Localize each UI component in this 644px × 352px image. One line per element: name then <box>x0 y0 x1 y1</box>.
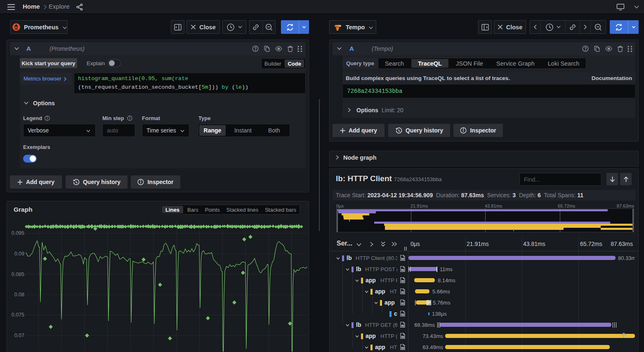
svg-text:LOG: LOG <box>401 258 405 260</box>
svg-text:LOG: LOG <box>401 302 405 305</box>
svg-text:LOG: LOG <box>401 336 405 338</box>
svg-text:LOG: LOG <box>401 291 405 293</box>
svg-text:LOG: LOG <box>401 280 405 282</box>
svg-text:LOG: LOG <box>401 347 405 349</box>
svg-text:LOG: LOG <box>401 269 405 271</box>
svg-text:LOG: LOG <box>401 314 405 316</box>
